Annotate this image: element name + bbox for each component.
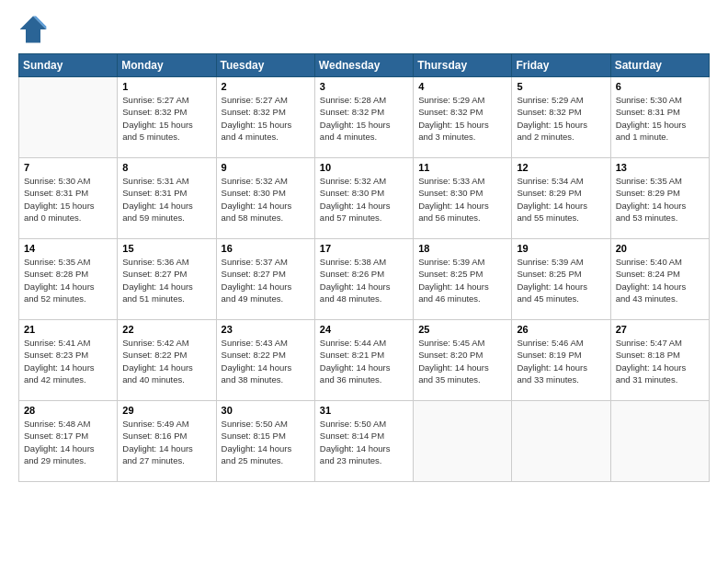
day-info: Sunrise: 5:37 AMSunset: 8:27 PMDaylight:… [222, 256, 310, 304]
day-info: Sunrise: 5:32 AMSunset: 8:30 PMDaylight:… [320, 175, 408, 224]
calendar-table: SundayMondayTuesdayWednesdayThursdayFrid… [18, 53, 710, 482]
day-info: Sunrise: 5:36 AMSunset: 8:27 PMDaylight:… [122, 256, 210, 304]
day-number: 18 [418, 243, 506, 254]
day-number: 3 [320, 81, 408, 92]
day-info: Sunrise: 5:45 AMSunset: 8:20 PMDaylight:… [418, 337, 506, 385]
calendar-cell: 10Sunrise: 5:32 AMSunset: 8:30 PMDayligh… [314, 158, 413, 239]
day-info: Sunrise: 5:47 AMSunset: 8:18 PMDaylight:… [616, 337, 704, 385]
calendar-cell: 1Sunrise: 5:27 AMSunset: 8:32 PMDaylight… [118, 77, 216, 158]
calendar-cell: 13Sunrise: 5:35 AMSunset: 8:29 PMDayligh… [610, 158, 709, 239]
day-number: 16 [222, 243, 310, 254]
day-number: 2 [222, 81, 310, 92]
day-number: 6 [616, 81, 704, 92]
day-number: 19 [517, 243, 605, 254]
day-number: 28 [24, 405, 112, 416]
day-number: 5 [517, 81, 605, 92]
day-info: Sunrise: 5:30 AMSunset: 8:31 PMDaylight:… [616, 94, 704, 143]
calendar-cell: 29Sunrise: 5:49 AMSunset: 8:16 PMDayligh… [118, 401, 216, 482]
day-number: 15 [122, 243, 210, 254]
calendar-cell: 3Sunrise: 5:28 AMSunset: 8:32 PMDaylight… [314, 77, 413, 158]
day-number: 25 [418, 324, 506, 335]
day-number: 8 [122, 162, 210, 173]
calendar-cell: 27Sunrise: 5:47 AMSunset: 8:18 PMDayligh… [610, 320, 709, 401]
day-number: 10 [320, 162, 408, 173]
day-header-monday: Monday [118, 54, 216, 77]
calendar-cell: 14Sunrise: 5:35 AMSunset: 8:28 PMDayligh… [19, 239, 118, 320]
calendar-cell: 30Sunrise: 5:50 AMSunset: 8:15 PMDayligh… [216, 401, 314, 482]
calendar-week-row: 21Sunrise: 5:41 AMSunset: 8:23 PMDayligh… [19, 320, 710, 401]
calendar-cell: 6Sunrise: 5:30 AMSunset: 8:31 PMDaylight… [610, 77, 709, 158]
calendar-cell: 5Sunrise: 5:29 AMSunset: 8:32 PMDaylight… [512, 77, 610, 158]
day-header-thursday: Thursday [414, 54, 512, 77]
calendar-cell [610, 401, 709, 482]
day-info: Sunrise: 5:35 AMSunset: 8:29 PMDaylight:… [616, 175, 704, 224]
calendar-cell: 17Sunrise: 5:38 AMSunset: 8:26 PMDayligh… [314, 239, 413, 320]
day-number: 17 [320, 243, 408, 254]
day-info: Sunrise: 5:27 AMSunset: 8:32 PMDaylight:… [222, 94, 310, 143]
calendar-cell [414, 401, 512, 482]
day-info: Sunrise: 5:32 AMSunset: 8:30 PMDaylight:… [222, 175, 310, 224]
day-number: 13 [616, 162, 704, 173]
calendar-cell: 9Sunrise: 5:32 AMSunset: 8:30 PMDaylight… [216, 158, 314, 239]
day-info: Sunrise: 5:33 AMSunset: 8:30 PMDaylight:… [418, 175, 506, 224]
calendar-cell: 24Sunrise: 5:44 AMSunset: 8:21 PMDayligh… [314, 320, 413, 401]
day-number: 24 [320, 324, 408, 335]
calendar-cell: 28Sunrise: 5:48 AMSunset: 8:17 PMDayligh… [19, 401, 118, 482]
day-header-saturday: Saturday [610, 54, 709, 77]
svg-marker-0 [20, 17, 47, 43]
day-info: Sunrise: 5:29 AMSunset: 8:32 PMDaylight:… [418, 94, 506, 143]
calendar-cell: 20Sunrise: 5:40 AMSunset: 8:24 PMDayligh… [610, 239, 709, 320]
calendar-cell [19, 77, 118, 158]
calendar-cell: 23Sunrise: 5:43 AMSunset: 8:22 PMDayligh… [216, 320, 314, 401]
calendar-cell: 18Sunrise: 5:39 AMSunset: 8:25 PMDayligh… [414, 239, 512, 320]
day-info: Sunrise: 5:43 AMSunset: 8:22 PMDaylight:… [222, 337, 310, 385]
day-info: Sunrise: 5:35 AMSunset: 8:28 PMDaylight:… [24, 256, 112, 304]
day-number: 27 [616, 324, 704, 335]
day-info: Sunrise: 5:48 AMSunset: 8:17 PMDaylight:… [24, 418, 112, 466]
day-info: Sunrise: 5:41 AMSunset: 8:23 PMDaylight:… [24, 337, 112, 385]
day-info: Sunrise: 5:42 AMSunset: 8:22 PMDaylight:… [122, 337, 210, 385]
day-info: Sunrise: 5:46 AMSunset: 8:19 PMDaylight:… [517, 337, 605, 385]
day-info: Sunrise: 5:50 AMSunset: 8:15 PMDaylight:… [222, 418, 310, 466]
day-number: 30 [222, 405, 310, 416]
calendar-cell: 25Sunrise: 5:45 AMSunset: 8:20 PMDayligh… [414, 320, 512, 401]
calendar-cell: 19Sunrise: 5:39 AMSunset: 8:25 PMDayligh… [512, 239, 610, 320]
day-info: Sunrise: 5:28 AMSunset: 8:32 PMDaylight:… [320, 94, 408, 143]
day-number: 23 [222, 324, 310, 335]
day-info: Sunrise: 5:30 AMSunset: 8:31 PMDaylight:… [24, 175, 112, 224]
calendar-header-row: SundayMondayTuesdayWednesdayThursdayFrid… [19, 54, 710, 77]
calendar-cell [512, 401, 610, 482]
day-header-friday: Friday [512, 54, 610, 77]
day-header-wednesday: Wednesday [314, 54, 413, 77]
calendar-cell: 21Sunrise: 5:41 AMSunset: 8:23 PMDayligh… [19, 320, 118, 401]
day-info: Sunrise: 5:44 AMSunset: 8:21 PMDaylight:… [320, 337, 408, 385]
day-number: 11 [418, 162, 506, 173]
day-number: 21 [24, 324, 112, 335]
day-number: 31 [320, 405, 408, 416]
day-info: Sunrise: 5:39 AMSunset: 8:25 PMDaylight:… [418, 256, 506, 304]
calendar-week-row: 28Sunrise: 5:48 AMSunset: 8:17 PMDayligh… [19, 401, 710, 482]
day-info: Sunrise: 5:50 AMSunset: 8:14 PMDaylight:… [320, 418, 408, 466]
calendar-cell: 26Sunrise: 5:46 AMSunset: 8:19 PMDayligh… [512, 320, 610, 401]
day-info: Sunrise: 5:39 AMSunset: 8:25 PMDaylight:… [517, 256, 605, 304]
day-number: 12 [517, 162, 605, 173]
day-number: 4 [418, 81, 506, 92]
day-info: Sunrise: 5:31 AMSunset: 8:31 PMDaylight:… [122, 175, 210, 224]
calendar-cell: 11Sunrise: 5:33 AMSunset: 8:30 PMDayligh… [414, 158, 512, 239]
calendar-cell: 22Sunrise: 5:42 AMSunset: 8:22 PMDayligh… [118, 320, 216, 401]
day-number: 9 [222, 162, 310, 173]
day-number: 7 [24, 162, 112, 173]
calendar-week-row: 7Sunrise: 5:30 AMSunset: 8:31 PMDaylight… [19, 158, 710, 239]
day-number: 29 [122, 405, 210, 416]
calendar-cell: 31Sunrise: 5:50 AMSunset: 8:14 PMDayligh… [314, 401, 413, 482]
day-info: Sunrise: 5:49 AMSunset: 8:16 PMDaylight:… [122, 418, 210, 466]
calendar-cell: 2Sunrise: 5:27 AMSunset: 8:32 PMDaylight… [216, 77, 314, 158]
day-info: Sunrise: 5:40 AMSunset: 8:24 PMDaylight:… [616, 256, 704, 304]
day-info: Sunrise: 5:38 AMSunset: 8:26 PMDaylight:… [320, 256, 408, 304]
calendar-cell: 12Sunrise: 5:34 AMSunset: 8:29 PMDayligh… [512, 158, 610, 239]
day-info: Sunrise: 5:29 AMSunset: 8:32 PMDaylight:… [517, 94, 605, 143]
calendar-week-row: 14Sunrise: 5:35 AMSunset: 8:28 PMDayligh… [19, 239, 710, 320]
page-header [18, 15, 710, 44]
day-number: 14 [24, 243, 112, 254]
calendar-week-row: 1Sunrise: 5:27 AMSunset: 8:32 PMDaylight… [19, 77, 710, 158]
